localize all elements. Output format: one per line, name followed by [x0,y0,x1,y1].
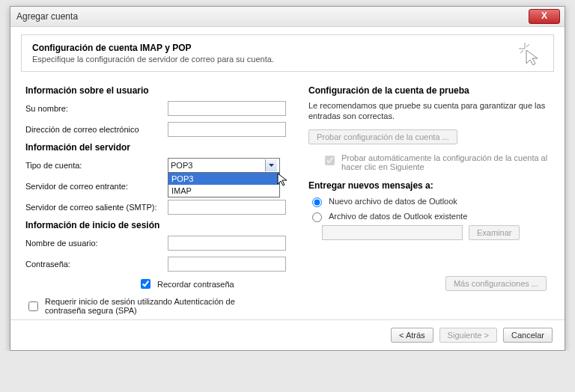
email-label: Dirección de correo electrónico [25,125,168,134]
radio-new-pst-label: Nuevo archivo de datos de Outlook [329,197,457,206]
password-input[interactable] [168,257,286,272]
more-settings-button[interactable]: Más configuraciones ... [445,276,547,291]
test-account-button[interactable]: Probar configuración de la cuenta ... [308,129,457,144]
spa-label: Requerir inicio de sesión utilizando Aut… [45,297,277,315]
radio-existing-pst-label: Archivo de datos de Outlook existente [329,212,467,221]
your-name-label: Su nombre: [25,104,168,113]
username-label: Nombre de usuario: [25,239,168,248]
cursor-arrow-icon [277,173,289,189]
remember-password-checkbox[interactable] [141,279,150,289]
left-column: Información sobre el usuario Su nombre: … [25,82,286,316]
username-input[interactable] [168,236,286,251]
spa-checkbox[interactable] [28,301,38,311]
account-type-value: POP3 [171,161,192,170]
user-info-heading: Información sobre el usuario [25,85,286,96]
remember-password-label: Recordar contraseña [157,280,234,289]
radio-existing-pst[interactable] [312,212,322,222]
account-type-list: POP3 IMAP [168,172,280,197]
login-info-heading: Información de inicio de sesión [25,220,286,230]
svg-line-2 [526,44,529,47]
option-imap[interactable]: IMAP [168,185,279,197]
header-title: Configuración de cuenta IMAP y POP [32,43,543,53]
radio-new-pst[interactable] [312,197,322,207]
cursor-star-icon [517,41,543,68]
next-button[interactable]: Siguiente > [439,328,497,343]
password-label: Contraseña: [25,260,168,269]
account-type-label: Tipo de cuenta: [25,161,168,170]
browse-button[interactable]: Examinar [469,225,520,240]
auto-test-checkbox[interactable] [325,156,335,165]
existing-pst-path-input [322,225,463,240]
deliver-heading: Entregar nuevos mensajes a: [308,180,550,191]
chevron-down-icon[interactable] [265,159,277,171]
option-pop3[interactable]: POP3 [168,173,279,185]
header-subtitle: Especifique la configuración de servidor… [32,55,543,64]
titlebar: Agregar cuenta X [10,7,565,27]
test-settings-desc: Le recomendamos que pruebe su cuenta par… [308,100,550,122]
wizard-header: Configuración de cuenta IMAP y POP Espec… [21,34,554,72]
close-button[interactable]: X [529,9,560,24]
account-type-dropdown[interactable]: POP3 POP3 IMAP [168,158,280,173]
cancel-button[interactable]: Cancelar [503,328,553,343]
right-column: Configuración de la cuenta de prueba Le … [308,82,550,316]
email-input[interactable] [168,122,286,137]
test-settings-heading: Configuración de la cuenta de prueba [308,85,550,96]
svg-line-3 [520,50,523,53]
outgoing-server-label: Servidor de correo saliente (SMTP): [25,203,168,212]
back-button[interactable]: < Atrás [391,328,433,343]
server-info-heading: Información del servidor [25,142,286,153]
window-title: Agregar cuenta [16,11,78,22]
your-name-input[interactable] [168,101,286,116]
add-account-dialog: Agregar cuenta X Configuración de cuenta… [10,6,565,351]
outgoing-server-input[interactable] [168,200,286,215]
auto-test-label: Probar automáticamente la configuración … [341,153,550,171]
wizard-footer: < Atrás Siguiente > Cancelar [10,319,565,350]
incoming-server-label: Servidor de correo entrante: [25,182,168,191]
